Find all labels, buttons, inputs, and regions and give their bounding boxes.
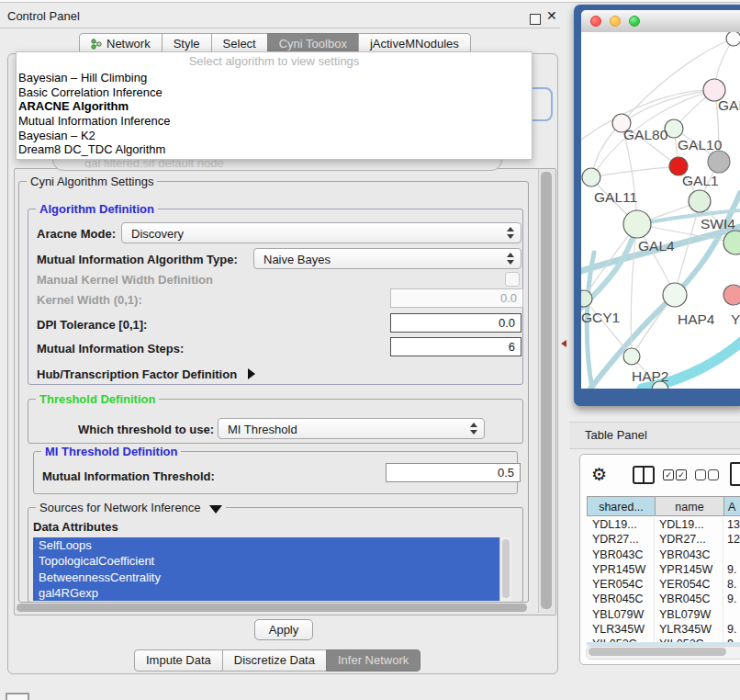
- network-node[interactable]: [623, 348, 640, 365]
- which-threshold-label: Which threshold to use:: [78, 423, 214, 436]
- dpi-tolerance-input[interactable]: 0.0: [390, 313, 521, 333]
- network-node-label: GAL: [718, 97, 740, 113]
- attribute-list-item[interactable]: gal4RGexp: [33, 585, 499, 601]
- checked-checkbox-icon[interactable]: ✓: [663, 469, 674, 480]
- algorithm-popup-item[interactable]: Bayesian – K2: [17, 129, 532, 143]
- network-node-label: GAL4: [638, 238, 675, 254]
- table-cell: YDR27...: [592, 532, 639, 547]
- column-header-name[interactable]: name: [655, 496, 724, 516]
- collapse-down-icon[interactable]: [209, 505, 222, 514]
- algorithm-popup-item[interactable]: Mutual Information Inference: [17, 114, 532, 129]
- mi-threshold-label: Mutual Information Threshold:: [42, 469, 215, 483]
- network-node[interactable]: [663, 283, 687, 307]
- table-cell: YDL19...: [659, 517, 704, 532]
- divider-collapse-icon[interactable]: [561, 340, 566, 347]
- algorithm-popup-item[interactable]: Dream8 DC_TDC Algorithm: [17, 142, 532, 157]
- network-node[interactable]: [708, 151, 730, 173]
- threshold-definition-legend: Threshold Definition: [36, 393, 159, 405]
- file-icon[interactable]: [730, 462, 740, 486]
- attribute-list-item[interactable]: BetweennessCentrality: [33, 570, 499, 585]
- manual-kernel-checkbox[interactable]: [505, 272, 520, 287]
- screen: Control Panel ✕ NetworkStyleSelectCyni T…: [0, 0, 740, 700]
- mi-type-select[interactable]: Naive Bayes: [253, 248, 521, 269]
- mi-threshold-input[interactable]: 0.5: [386, 463, 521, 482]
- table-cell: 9.: [727, 562, 736, 577]
- table-row[interactable]: YBR043CYBR043C: [579, 548, 740, 562]
- cutoff-widget: [6, 693, 29, 700]
- kernel-width-input[interactable]: 0.0: [390, 288, 523, 308]
- horizontal-scrollbar-thumb[interactable]: [17, 604, 527, 612]
- network-node-label: GCY1: [581, 310, 620, 325]
- table-cell: YER054C: [659, 577, 711, 592]
- network-edge[interactable]: [622, 90, 714, 123]
- network-node-label: HAP4: [678, 311, 715, 327]
- sources-legend-text: Sources for Network Inference: [39, 501, 201, 514]
- table-cell: YBR043C: [659, 548, 711, 562]
- table-cell: YBL079W: [592, 607, 644, 622]
- attribute-list-item[interactable]: SelfLoops: [33, 537, 499, 553]
- mi-threshold-legend: MI Threshold Definition: [41, 446, 181, 457]
- unchecked-checkbox-icon[interactable]: [695, 469, 706, 480]
- table-row[interactable]: YDR27...YDR27...12: [579, 532, 740, 547]
- network-node[interactable]: [723, 285, 740, 305]
- network-node-label: GAL11: [594, 189, 637, 205]
- vertical-scrollbar-thumb[interactable]: [541, 172, 552, 609]
- aracne-mode-value: Discovery: [131, 227, 184, 241]
- unchecked-checkbox-icon[interactable]: [708, 469, 719, 480]
- table-row[interactable]: YPR145WYPR145W9.: [579, 562, 740, 577]
- network-window-titlebar[interactable]: [581, 10, 740, 33]
- network-graph[interactable]: GALGAL80GAL10GAL1GAL11SWI4GAL4GCY1HAP4YH…: [581, 32, 740, 389]
- network-canvas[interactable]: GALGAL80GAL10GAL1GAL11SWI4GAL4GCY1HAP4YH…: [581, 32, 740, 389]
- algorithm-popup-item[interactable]: Basic Correlation Inference: [17, 85, 532, 100]
- column-divider: [723, 517, 723, 646]
- attribute-list-item[interactable]: TopologicalCoefficient: [33, 553, 499, 569]
- network-node[interactable]: [582, 168, 600, 186]
- expand-right-icon[interactable]: [248, 368, 255, 379]
- checked-checkbox-icon[interactable]: ✓: [676, 469, 687, 480]
- sources-legend: Sources for Network Inference: [36, 502, 226, 514]
- algorithm-popup-item[interactable]: Bayesian – Hill Climbing: [17, 71, 532, 85]
- table-hscrollbar-thumb[interactable]: [589, 648, 726, 656]
- minimize-traffic-button[interactable]: [610, 16, 621, 27]
- table-row[interactable]: YLR345WYLR345W9.: [579, 622, 740, 637]
- attributes-scrollbar[interactable]: [499, 537, 511, 601]
- tab-infer-network[interactable]: Infer Network: [326, 649, 420, 672]
- table-cell: 9.: [727, 622, 736, 637]
- stepper-arrows-icon: [470, 423, 477, 435]
- close-traffic-button[interactable]: [590, 16, 601, 27]
- table-cell: YLR345W: [659, 622, 712, 637]
- table-row[interactable]: YBL079WYBL079W: [579, 607, 740, 622]
- apply-button[interactable]: Apply: [254, 619, 313, 640]
- which-threshold-select[interactable]: MI Threshold: [218, 418, 485, 439]
- table-row[interactable]: YER054CYER054C8.: [579, 577, 740, 592]
- network-node[interactable]: [689, 190, 711, 212]
- column-header-shared[interactable]: shared...: [587, 496, 656, 516]
- table-cell: YDR27...: [659, 532, 706, 547]
- network-node[interactable]: [581, 290, 592, 307]
- close-panel-icon[interactable]: ✕: [546, 8, 557, 23]
- data-attributes-list[interactable]: SelfLoopsTopologicalCoefficientBetweenne…: [33, 537, 499, 601]
- tab-discretize-data[interactable]: Discretize Data: [222, 649, 327, 672]
- algorithm-popup-item[interactable]: ARACNE Algorithm: [17, 99, 532, 114]
- tab-impute-data[interactable]: Impute Data: [134, 649, 223, 672]
- float-panel-icon[interactable]: [530, 14, 541, 25]
- table-row[interactable]: YBR045CYBR045C9.: [579, 592, 740, 606]
- table-panel-title: Table Panel: [585, 428, 647, 442]
- column-header-extra[interactable]: A: [723, 496, 740, 516]
- columns-icon[interactable]: [633, 466, 655, 484]
- dpi-tolerance-label: DPI Tolerance [0,1]:: [37, 318, 147, 332]
- network-node[interactable]: [726, 32, 740, 46]
- titlebar-divider: [0, 28, 560, 28]
- mi-steps-input[interactable]: 6: [390, 337, 521, 356]
- hub-definition-label[interactable]: Hub/Transcription Factor Definition: [37, 367, 255, 381]
- table-row[interactable]: YDL19...YDL19...13: [579, 517, 740, 532]
- algorithm-definition-legend: Algorithm Definition: [36, 203, 158, 215]
- data-attributes-label: Data Attributes: [33, 520, 118, 534]
- network-edge[interactable]: [591, 166, 678, 177]
- zoom-traffic-button[interactable]: [629, 16, 640, 27]
- gear-icon[interactable]: ⚙: [591, 464, 607, 485]
- network-edge[interactable]: [584, 299, 632, 356]
- aracne-mode-select[interactable]: Discovery: [121, 222, 521, 243]
- network-node[interactable]: [623, 210, 651, 238]
- network-node-label: GAL1: [682, 173, 719, 188]
